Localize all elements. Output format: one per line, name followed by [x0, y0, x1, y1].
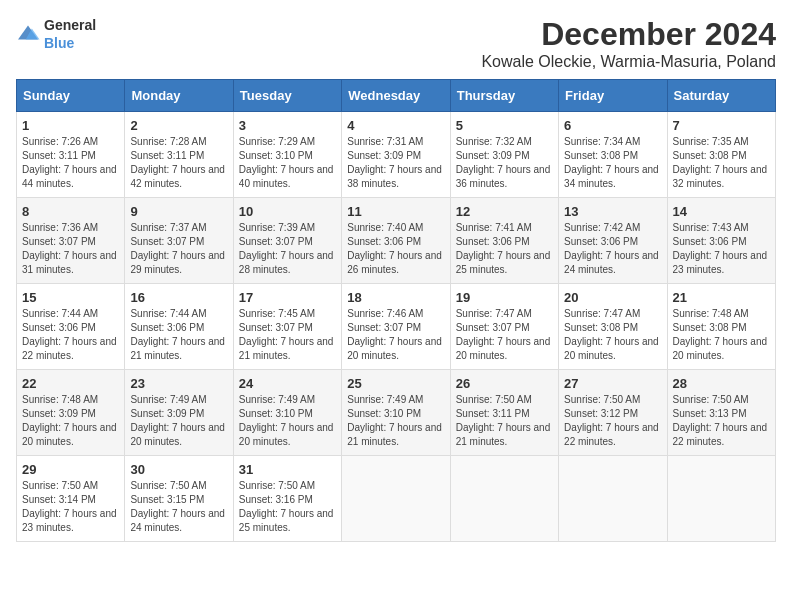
list-item — [342, 456, 450, 542]
logo-general: General — [44, 17, 96, 33]
list-item: 4 Sunrise: 7:31 AM Sunset: 3:09 PM Dayli… — [342, 112, 450, 198]
header-friday: Friday — [559, 80, 667, 112]
list-item — [667, 456, 775, 542]
list-item: 1 Sunrise: 7:26 AM Sunset: 3:11 PM Dayli… — [17, 112, 125, 198]
page-title: December 2024 — [481, 16, 776, 53]
table-row: 22 Sunrise: 7:48 AM Sunset: 3:09 PM Dayl… — [17, 370, 776, 456]
list-item: 3 Sunrise: 7:29 AM Sunset: 3:10 PM Dayli… — [233, 112, 341, 198]
header-thursday: Thursday — [450, 80, 558, 112]
list-item: 19 Sunrise: 7:47 AM Sunset: 3:07 PM Dayl… — [450, 284, 558, 370]
header-saturday: Saturday — [667, 80, 775, 112]
title-block: December 2024 Kowale Oleckie, Warmia-Mas… — [481, 16, 776, 71]
list-item: 9 Sunrise: 7:37 AM Sunset: 3:07 PM Dayli… — [125, 198, 233, 284]
table-row: 1 Sunrise: 7:26 AM Sunset: 3:11 PM Dayli… — [17, 112, 776, 198]
list-item: 29 Sunrise: 7:50 AM Sunset: 3:14 PM Dayl… — [17, 456, 125, 542]
list-item — [450, 456, 558, 542]
list-item: 25 Sunrise: 7:49 AM Sunset: 3:10 PM Dayl… — [342, 370, 450, 456]
list-item: 17 Sunrise: 7:45 AM Sunset: 3:07 PM Dayl… — [233, 284, 341, 370]
list-item: 31 Sunrise: 7:50 AM Sunset: 3:16 PM Dayl… — [233, 456, 341, 542]
logo-text: General Blue — [44, 16, 96, 52]
list-item — [559, 456, 667, 542]
list-item: 6 Sunrise: 7:34 AM Sunset: 3:08 PM Dayli… — [559, 112, 667, 198]
list-item: 28 Sunrise: 7:50 AM Sunset: 3:13 PM Dayl… — [667, 370, 775, 456]
list-item: 12 Sunrise: 7:41 AM Sunset: 3:06 PM Dayl… — [450, 198, 558, 284]
logo-icon — [16, 24, 40, 44]
header-wednesday: Wednesday — [342, 80, 450, 112]
table-row: 29 Sunrise: 7:50 AM Sunset: 3:14 PM Dayl… — [17, 456, 776, 542]
list-item: 2 Sunrise: 7:28 AM Sunset: 3:11 PM Dayli… — [125, 112, 233, 198]
table-row: 8 Sunrise: 7:36 AM Sunset: 3:07 PM Dayli… — [17, 198, 776, 284]
list-item: 18 Sunrise: 7:46 AM Sunset: 3:07 PM Dayl… — [342, 284, 450, 370]
page-subtitle: Kowale Oleckie, Warmia-Masuria, Poland — [481, 53, 776, 71]
list-item: 27 Sunrise: 7:50 AM Sunset: 3:12 PM Dayl… — [559, 370, 667, 456]
logo-blue: Blue — [44, 35, 74, 51]
header-tuesday: Tuesday — [233, 80, 341, 112]
list-item: 8 Sunrise: 7:36 AM Sunset: 3:07 PM Dayli… — [17, 198, 125, 284]
list-item: 14 Sunrise: 7:43 AM Sunset: 3:06 PM Dayl… — [667, 198, 775, 284]
list-item: 30 Sunrise: 7:50 AM Sunset: 3:15 PM Dayl… — [125, 456, 233, 542]
list-item: 20 Sunrise: 7:47 AM Sunset: 3:08 PM Dayl… — [559, 284, 667, 370]
header-sunday: Sunday — [17, 80, 125, 112]
list-item: 10 Sunrise: 7:39 AM Sunset: 3:07 PM Dayl… — [233, 198, 341, 284]
list-item: 11 Sunrise: 7:40 AM Sunset: 3:06 PM Dayl… — [342, 198, 450, 284]
table-row: 15 Sunrise: 7:44 AM Sunset: 3:06 PM Dayl… — [17, 284, 776, 370]
list-item: 7 Sunrise: 7:35 AM Sunset: 3:08 PM Dayli… — [667, 112, 775, 198]
list-item: 21 Sunrise: 7:48 AM Sunset: 3:08 PM Dayl… — [667, 284, 775, 370]
list-item: 16 Sunrise: 7:44 AM Sunset: 3:06 PM Dayl… — [125, 284, 233, 370]
list-item: 24 Sunrise: 7:49 AM Sunset: 3:10 PM Dayl… — [233, 370, 341, 456]
list-item: 15 Sunrise: 7:44 AM Sunset: 3:06 PM Dayl… — [17, 284, 125, 370]
list-item: 5 Sunrise: 7:32 AM Sunset: 3:09 PM Dayli… — [450, 112, 558, 198]
list-item: 13 Sunrise: 7:42 AM Sunset: 3:06 PM Dayl… — [559, 198, 667, 284]
list-item: 26 Sunrise: 7:50 AM Sunset: 3:11 PM Dayl… — [450, 370, 558, 456]
page-header: General Blue December 2024 Kowale Olecki… — [16, 16, 776, 71]
list-item: 22 Sunrise: 7:48 AM Sunset: 3:09 PM Dayl… — [17, 370, 125, 456]
header-monday: Monday — [125, 80, 233, 112]
calendar-header-row: Sunday Monday Tuesday Wednesday Thursday… — [17, 80, 776, 112]
calendar-table: Sunday Monday Tuesday Wednesday Thursday… — [16, 79, 776, 542]
logo: General Blue — [16, 16, 96, 52]
list-item: 23 Sunrise: 7:49 AM Sunset: 3:09 PM Dayl… — [125, 370, 233, 456]
